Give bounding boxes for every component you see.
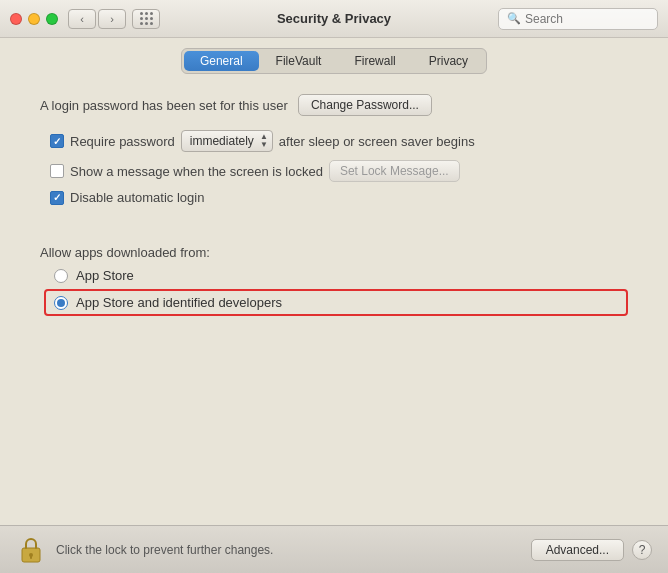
svg-rect-2: [30, 555, 32, 559]
main-content: A login password has been set for this u…: [0, 74, 668, 525]
radio-app-store-label: App Store: [76, 268, 134, 283]
help-button[interactable]: ?: [632, 540, 652, 560]
set-lock-message-button[interactable]: Set Lock Message...: [329, 160, 460, 182]
bottom-bar: Click the lock to prevent further change…: [0, 525, 668, 573]
tab-privacy[interactable]: Privacy: [413, 51, 484, 71]
tab-general[interactable]: General: [184, 51, 259, 71]
require-password-row: Require password immediately ▲▼ after sl…: [50, 130, 628, 152]
dropdown-arrow-icon: ▲▼: [260, 133, 268, 149]
show-message-label: Show a message when the screen is locked: [70, 164, 323, 179]
search-icon: 🔍: [507, 12, 521, 25]
require-password-dropdown[interactable]: immediately ▲▼: [181, 130, 273, 152]
radio-app-store-identified-label: App Store and identified developers: [76, 295, 282, 310]
grid-button[interactable]: [132, 9, 160, 29]
disable-autologin-checkbox[interactable]: [50, 191, 64, 205]
radio-app-store[interactable]: [54, 269, 68, 283]
advanced-button[interactable]: Advanced...: [531, 539, 624, 561]
tabs-container: General FileVault Firewall Privacy: [181, 48, 487, 74]
radio-app-store-identified[interactable]: [54, 296, 68, 310]
show-message-row: Show a message when the screen is locked…: [50, 160, 628, 182]
titlebar: ‹ › Security & Privacy 🔍: [0, 0, 668, 38]
lock-icon: [20, 536, 42, 564]
allow-apps-label: Allow apps downloaded from:: [40, 245, 628, 260]
require-password-prefix: Require password: [70, 134, 175, 149]
minimize-button[interactable]: [28, 13, 40, 25]
change-password-button[interactable]: Change Password...: [298, 94, 432, 116]
disable-autologin-label: Disable automatic login: [70, 190, 204, 205]
options-section: Require password immediately ▲▼ after sl…: [50, 130, 628, 205]
password-section: A login password has been set for this u…: [40, 94, 628, 116]
traffic-lights: [10, 13, 58, 25]
password-label: A login password has been set for this u…: [40, 98, 288, 113]
dropdown-value: immediately: [190, 134, 254, 148]
close-button[interactable]: [10, 13, 22, 25]
require-password-suffix: after sleep or screen saver begins: [279, 134, 475, 149]
search-box[interactable]: 🔍: [498, 8, 658, 30]
show-message-checkbox[interactable]: [50, 164, 64, 178]
window-title: Security & Privacy: [277, 11, 391, 26]
radio-app-store-identified-row: App Store and identified developers: [44, 289, 628, 316]
require-password-checkbox[interactable]: [50, 134, 64, 148]
tab-firewall[interactable]: Firewall: [338, 51, 411, 71]
nav-buttons: ‹ ›: [68, 9, 126, 29]
disable-autologin-row: Disable automatic login: [50, 190, 628, 205]
tabs-bar: General FileVault Firewall Privacy: [0, 38, 668, 74]
maximize-button[interactable]: [46, 13, 58, 25]
lock-text: Click the lock to prevent further change…: [56, 543, 531, 557]
forward-button[interactable]: ›: [98, 9, 126, 29]
search-input[interactable]: [525, 12, 649, 26]
radio-app-store-row: App Store: [54, 268, 628, 283]
back-button[interactable]: ‹: [68, 9, 96, 29]
radio-group: App Store App Store and identified devel…: [54, 268, 628, 316]
tab-filevault[interactable]: FileVault: [260, 51, 338, 71]
lock-icon-wrap[interactable]: [16, 532, 46, 568]
allow-apps-section: Allow apps downloaded from: App Store Ap…: [40, 245, 628, 316]
